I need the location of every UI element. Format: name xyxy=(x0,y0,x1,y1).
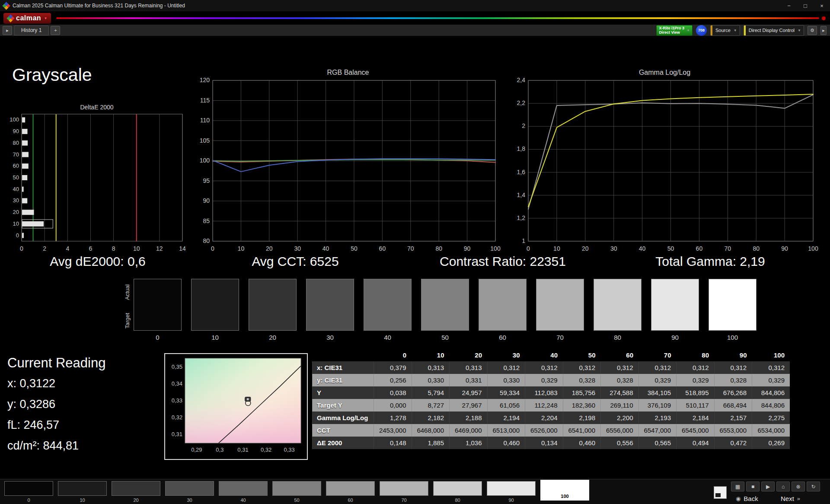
close-button[interactable]: × xyxy=(814,0,830,11)
grayscale-tile-30 xyxy=(306,279,354,331)
rgb-chart-title: RGB Balance xyxy=(195,68,501,78)
play-button[interactable]: ▶ xyxy=(761,482,775,491)
table-cell: 6556,000 xyxy=(601,424,639,437)
table-col-header: 100 xyxy=(752,349,790,361)
stop-button[interactable]: ■ xyxy=(746,482,760,491)
svg-text:90: 90 xyxy=(13,128,19,134)
pattern-level-label: 40 xyxy=(219,498,268,503)
pattern-window-button[interactable] xyxy=(714,486,727,499)
home-button[interactable]: ⌂ xyxy=(776,482,790,491)
svg-text:60: 60 xyxy=(379,245,386,252)
svg-text:110: 110 xyxy=(200,117,210,124)
add-tab-button[interactable]: + xyxy=(51,26,60,35)
table-cell: 6468,000 xyxy=(412,424,450,437)
panel-expand-button[interactable]: ▸ xyxy=(820,26,827,35)
settings-gear-button[interactable]: ⚙ xyxy=(808,26,817,35)
pattern-swatch xyxy=(165,481,214,496)
window-titlebar: Calman 2025 Calman Ultimate for Business… xyxy=(0,0,830,12)
tile-target-swatch xyxy=(134,305,181,330)
table-cell: 185,756 xyxy=(563,386,601,399)
strip-actual-label: Actual xyxy=(124,284,131,300)
table-col-header: 60 xyxy=(601,349,639,361)
table-row: x: CIE310,3790,3130,3130,3120,3120,3120,… xyxy=(313,361,790,374)
svg-text:10: 10 xyxy=(13,220,19,227)
svg-text:40: 40 xyxy=(639,245,646,252)
rainbow-end-dot xyxy=(822,16,826,20)
pattern-level-button-40[interactable]: 40 xyxy=(219,481,268,504)
back-button[interactable]: ◉Back xyxy=(736,494,758,504)
table-cell: 61,056 xyxy=(487,399,525,411)
tile-target-swatch xyxy=(709,305,756,330)
maximize-button[interactable]: □ xyxy=(797,0,814,11)
tile-level-label: 30 xyxy=(306,334,354,341)
pattern-level-button-0[interactable]: 0 xyxy=(4,481,53,504)
tile-actual-swatch xyxy=(134,279,181,305)
pattern-level-button-60[interactable]: 60 xyxy=(326,481,375,504)
reading-y: y: 0,3286 xyxy=(7,398,55,411)
tile-target-swatch xyxy=(479,305,526,330)
svg-text:60: 60 xyxy=(696,245,703,252)
refresh-button[interactable]: ↻ xyxy=(807,482,820,491)
svg-text:80: 80 xyxy=(13,140,19,146)
pattern-level-button-10[interactable]: 10 xyxy=(58,481,107,504)
svg-text:0,33: 0,33 xyxy=(172,397,182,404)
logo-caret-icon: ▾ xyxy=(45,16,47,20)
pattern-level-button-50[interactable]: 50 xyxy=(272,481,321,504)
table-cell: 0,328 xyxy=(563,374,601,386)
svg-text:100: 100 xyxy=(10,116,19,123)
minimize-button[interactable]: − xyxy=(781,0,797,11)
tab-history-1[interactable]: History 1 xyxy=(14,26,49,35)
table-cell: 2,193 xyxy=(638,411,677,424)
close-pattern-button[interactable]: ⊗ xyxy=(792,482,805,491)
table-cell: 676,268 xyxy=(714,386,752,399)
table-row: CCT2453,0006468,0006469,0006513,0006526,… xyxy=(313,424,790,437)
table-cell: 2,204 xyxy=(525,411,563,424)
display-control-dropdown[interactable]: Direct Display Control ▼ xyxy=(744,25,804,36)
table-cell: 384,105 xyxy=(638,386,677,399)
tile-level-label: 100 xyxy=(709,334,757,341)
tile-actual-swatch xyxy=(709,279,756,305)
svg-text:1,8: 1,8 xyxy=(517,145,526,152)
svg-text:14: 14 xyxy=(179,245,186,252)
grayscale-tile-90 xyxy=(651,279,699,331)
svg-text:0,32: 0,32 xyxy=(172,414,182,421)
pattern-level-button-70[interactable]: 70 xyxy=(380,481,428,504)
table-row: y: CIE310,2560,3300,3310,3300,3290,3280,… xyxy=(313,374,790,386)
svg-text:0,31: 0,31 xyxy=(237,447,248,453)
source-dropdown[interactable]: Source ▼ xyxy=(710,25,740,36)
reading-x: x: 0,3122 xyxy=(7,377,55,390)
pattern-level-button-20[interactable]: 20 xyxy=(112,481,160,504)
reading-fl: fL: 246,57 xyxy=(7,418,59,432)
table-cell: 6534,000 xyxy=(752,424,790,437)
pattern-swatch xyxy=(380,481,428,496)
table-cell: 0,312 xyxy=(525,361,563,374)
svg-text:0,33: 0,33 xyxy=(284,447,295,453)
pattern-level-button-90[interactable]: 90 xyxy=(487,481,536,504)
grayscale-tile-60 xyxy=(479,279,527,331)
table-cell: 5,794 xyxy=(412,386,450,399)
svg-text:115: 115 xyxy=(200,97,210,104)
pattern-display-button[interactable]: ▦ xyxy=(731,482,744,491)
pattern-level-button-80[interactable]: 80 xyxy=(433,481,482,504)
calman-menu-button[interactable]: calman ▾ xyxy=(3,13,51,24)
pattern-swatch xyxy=(112,481,160,496)
table-cell: 2,188 xyxy=(450,411,488,424)
pattern-level-button-30[interactable]: 30 xyxy=(165,481,214,504)
svg-text:50: 50 xyxy=(13,174,19,181)
gamma-chart-plot: 010203040506070809010011,21,41,61,822,22… xyxy=(510,78,819,255)
svg-text:50: 50 xyxy=(351,245,358,252)
deltae-chart-plot: 100908070605040302010002468101214 xyxy=(6,112,188,255)
table-cell: 0,330 xyxy=(487,374,525,386)
meter-status-badge[interactable]: 708 xyxy=(696,25,707,36)
meter-select-button[interactable]: X-Rite i1Pro 3 Direct View ▼ xyxy=(656,25,692,36)
next-button[interactable]: Next» xyxy=(781,494,800,504)
table-cell: 0,328 xyxy=(714,374,752,386)
svg-text:10: 10 xyxy=(238,245,245,252)
table-cell: 0,312 xyxy=(487,361,525,374)
table-row-label: x: CIE31 xyxy=(313,361,374,374)
tile-level-label: 60 xyxy=(479,334,527,341)
history-panel-toggle-button[interactable]: ▸ xyxy=(3,26,12,35)
svg-text:120: 120 xyxy=(200,78,210,83)
tile-level-label: 90 xyxy=(651,334,699,341)
pattern-level-button-100[interactable]: 100 xyxy=(540,481,589,504)
